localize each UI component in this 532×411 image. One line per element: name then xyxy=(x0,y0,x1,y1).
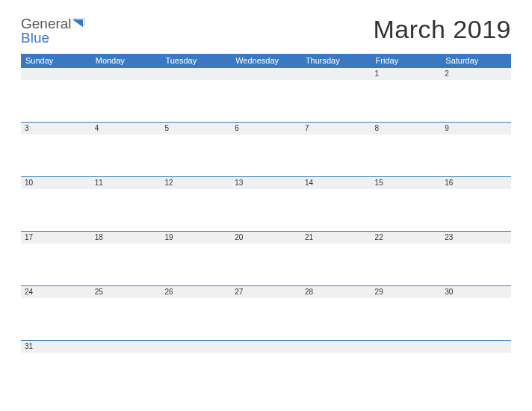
day-number: 10 xyxy=(21,177,91,189)
day-cell: 14 xyxy=(301,177,371,231)
day-number xyxy=(301,341,371,353)
day-cell: 8 xyxy=(371,123,442,176)
day-number: 12 xyxy=(161,177,231,189)
day-body xyxy=(231,80,301,122)
day-cell: 22 xyxy=(371,232,442,285)
day-header-friday: Friday xyxy=(371,54,442,67)
day-body xyxy=(231,298,301,340)
day-number: 25 xyxy=(91,286,161,298)
day-body xyxy=(231,244,301,285)
day-body xyxy=(231,135,301,176)
day-number xyxy=(441,341,511,353)
day-number xyxy=(161,68,231,80)
day-body xyxy=(21,80,91,122)
day-cell: 17 xyxy=(21,232,91,285)
day-cell: 26 xyxy=(161,286,231,340)
day-number: 13 xyxy=(231,177,301,189)
week-row: 17181920212223 xyxy=(21,231,511,285)
day-cell: 1 xyxy=(371,68,442,122)
week-row: 24252627282930 xyxy=(21,285,511,340)
day-body xyxy=(21,353,91,371)
day-number: 14 xyxy=(301,177,371,189)
day-body xyxy=(371,244,442,285)
day-body xyxy=(371,189,442,231)
weeks-container: 1234567891011121314151617181920212223242… xyxy=(21,67,511,371)
day-number: 30 xyxy=(441,286,511,298)
day-header-sunday: Sunday xyxy=(21,54,91,67)
day-number xyxy=(371,341,442,353)
day-cell xyxy=(301,68,371,122)
day-number xyxy=(91,68,161,80)
day-body xyxy=(371,353,442,371)
day-cell xyxy=(91,341,161,371)
day-cell xyxy=(91,68,161,122)
day-body xyxy=(161,189,231,231)
day-number xyxy=(21,68,91,80)
day-body xyxy=(301,298,371,340)
day-cell xyxy=(231,341,301,371)
day-number: 11 xyxy=(91,177,161,189)
day-cell xyxy=(301,341,371,371)
day-number xyxy=(231,341,301,353)
day-body xyxy=(441,298,511,340)
day-number: 28 xyxy=(301,286,371,298)
day-body xyxy=(161,80,231,122)
day-header-saturday: Saturday xyxy=(441,54,511,67)
day-cell xyxy=(441,341,511,371)
day-body xyxy=(161,353,231,371)
day-number: 3 xyxy=(21,123,91,135)
day-number: 18 xyxy=(91,232,161,244)
day-header-monday: Monday xyxy=(91,54,161,67)
day-cell: 7 xyxy=(301,123,371,176)
day-cell: 28 xyxy=(301,286,371,340)
day-number: 9 xyxy=(441,123,511,135)
day-cell: 20 xyxy=(231,232,301,285)
day-body xyxy=(301,80,371,122)
day-body xyxy=(91,244,161,285)
day-number: 23 xyxy=(441,232,511,244)
day-number: 31 xyxy=(21,341,91,353)
day-body xyxy=(91,189,161,231)
day-number xyxy=(161,341,231,353)
day-cell: 3 xyxy=(21,123,91,176)
day-cell xyxy=(231,68,301,122)
day-cell xyxy=(161,68,231,122)
day-body xyxy=(301,189,371,231)
day-body xyxy=(441,244,511,285)
week-row: 31 xyxy=(21,340,511,371)
day-cell: 21 xyxy=(301,232,371,285)
brand-word-general: General xyxy=(21,16,72,31)
day-number: 5 xyxy=(161,123,231,135)
day-body xyxy=(371,135,442,176)
day-body xyxy=(21,298,91,340)
week-row: 12 xyxy=(21,67,511,122)
day-number: 7 xyxy=(301,123,371,135)
day-cell: 18 xyxy=(91,232,161,285)
day-number: 19 xyxy=(161,232,231,244)
day-cell: 2 xyxy=(441,68,511,122)
day-cell: 25 xyxy=(91,286,161,340)
day-body xyxy=(21,244,91,285)
day-number xyxy=(301,68,371,80)
day-cell: 19 xyxy=(161,232,231,285)
day-cell: 16 xyxy=(441,177,511,231)
day-number: 29 xyxy=(371,286,442,298)
day-body xyxy=(231,189,301,231)
day-number: 15 xyxy=(371,177,442,189)
day-body xyxy=(91,80,161,122)
day-body xyxy=(441,80,511,122)
week-row: 10111213141516 xyxy=(21,176,511,231)
day-number: 16 xyxy=(441,177,511,189)
day-body xyxy=(371,298,442,340)
brand-word-blue: Blue xyxy=(21,30,49,46)
day-body xyxy=(21,189,91,231)
day-body xyxy=(161,135,231,176)
day-body xyxy=(91,353,161,371)
brand-logo: General Blue xyxy=(21,15,86,45)
day-number: 21 xyxy=(301,232,371,244)
day-body xyxy=(91,298,161,340)
day-header-row: Sunday Monday Tuesday Wednesday Thursday… xyxy=(21,54,511,67)
day-number: 2 xyxy=(441,68,511,80)
day-cell: 24 xyxy=(21,286,91,340)
day-number: 27 xyxy=(231,286,301,298)
